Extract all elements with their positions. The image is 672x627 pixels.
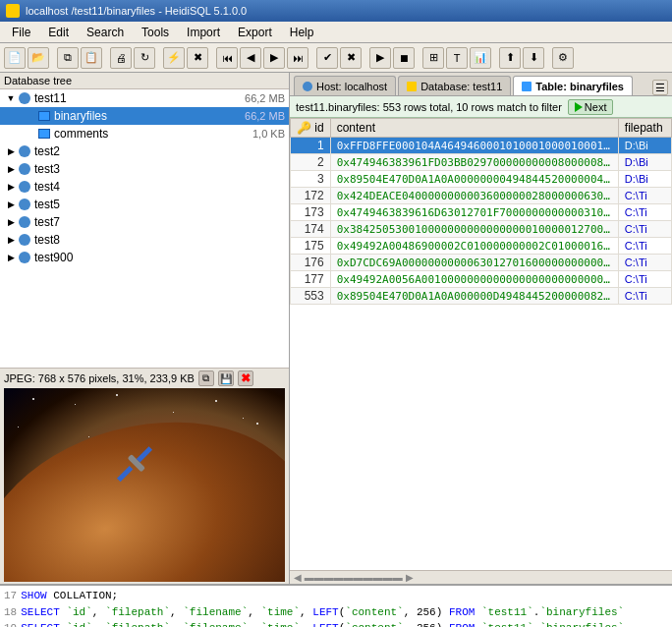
tab-host[interactable]: Host: localhost: [294, 76, 396, 95]
copy-button[interactable]: ⧉: [57, 47, 79, 69]
cancel-x-button[interactable]: ✖: [340, 47, 362, 69]
table-icon-binaryfiles: [37, 109, 51, 123]
expand-binaryfiles[interactable]: [24, 109, 37, 123]
tab-menu-button[interactable]: ☰: [652, 80, 668, 95]
sql-log: 17SHOW COLLATION;18SELECT `id`, `filepat…: [0, 584, 672, 627]
table-row[interactable]: 1730x4749463839616D63012701F700000000000…: [291, 204, 672, 221]
save-image-button[interactable]: 💾: [218, 370, 234, 386]
table-row[interactable]: 1750x49492A00486900002C010000000002C0100…: [291, 238, 672, 255]
sql-text: ,: [170, 622, 183, 627]
menu-edit[interactable]: Edit: [40, 24, 77, 41]
new-button[interactable]: 📄: [4, 47, 26, 69]
settings-button[interactable]: ⚙: [552, 47, 574, 69]
expand-test8[interactable]: ▶: [4, 233, 18, 247]
copy-image-button[interactable]: ⧉: [198, 370, 214, 386]
menubar: File Edit Search Tools Import Export Hel…: [0, 22, 672, 43]
table-row[interactable]: 10xFFD8FFE000104A46494600010100010000100…: [291, 138, 672, 154]
cell-filepath: C:\Ti: [618, 204, 671, 221]
cell-content: 0x49492A0056A001000000000000000000000000…: [330, 271, 618, 288]
table-row[interactable]: 1720x424DEACE040000000000360000002800000…: [291, 188, 672, 204]
tree-size-binaryfiles: 66,2 MB: [245, 110, 285, 122]
expand-test3[interactable]: ▶: [4, 162, 18, 176]
table-row[interactable]: 1740x38425053001000000000000000001000001…: [291, 221, 672, 238]
tree-item-binaryfiles[interactable]: binaryfiles 66,2 MB: [0, 107, 289, 125]
table-row[interactable]: 5530x89504E470D0A1A0A000000D494844520000…: [291, 288, 672, 305]
tree-size-comments: 1,0 KB: [252, 128, 285, 140]
tree-label-test8: test8: [34, 233, 285, 247]
horizontal-scrollbar[interactable]: ◀ ▬▬▬▬▬▬▬▬▬▬ ▶: [290, 570, 672, 584]
tree-item-test5[interactable]: ▶ test5: [0, 196, 289, 213]
tree-area[interactable]: ▼ test11 66,2 MB binaryfiles 66,2 MB com…: [0, 89, 289, 368]
menu-search[interactable]: Search: [79, 24, 132, 41]
sql-identifier: `content`: [345, 622, 403, 627]
expand-test900[interactable]: ▶: [4, 251, 18, 264]
disconnect-button[interactable]: ✖: [187, 47, 208, 69]
text-button[interactable]: T: [446, 47, 468, 69]
expand-test4[interactable]: ▶: [4, 180, 18, 194]
nav-next-btn[interactable]: ▶: [263, 47, 285, 69]
expand-comments[interactable]: [24, 127, 37, 141]
paste-button[interactable]: 📋: [81, 47, 102, 69]
print-button[interactable]: 🖨: [110, 47, 132, 69]
close-preview-button[interactable]: ✖: [238, 370, 253, 386]
cell-content: 0x89504E470D0A1A0A0000000049484452000000…: [330, 171, 618, 188]
refresh-button[interactable]: ↻: [134, 47, 155, 69]
titlebar: localhost /test11/binaryfiles - HeidiSQL…: [0, 0, 672, 22]
menu-import[interactable]: Import: [179, 24, 228, 41]
table-row[interactable]: 20x474946383961FD03BB0297000000000080000…: [291, 154, 672, 171]
sql-identifier: `filepath`: [105, 622, 170, 627]
chart-button[interactable]: 📊: [470, 47, 491, 69]
next-button[interactable]: Next: [568, 99, 614, 115]
sql-identifier: `time`: [260, 606, 300, 618]
sql-identifier: `binaryfiles`: [539, 606, 624, 618]
expand-test2[interactable]: ▶: [4, 144, 18, 158]
expand-test11[interactable]: ▼: [4, 91, 18, 105]
cell-id: 1: [291, 138, 331, 154]
filter-bar: test11.binaryfiles: 553 rows total, 10 r…: [290, 96, 672, 118]
run-button[interactable]: ▶: [369, 47, 391, 69]
connect-button[interactable]: ⚡: [163, 47, 185, 69]
db-icon: [18, 91, 31, 105]
grid-button[interactable]: ⊞: [422, 47, 444, 69]
tab-database[interactable]: Database: test11: [398, 76, 511, 95]
tree-item-test8[interactable]: ▶ test8: [0, 231, 289, 249]
tree-item-test2[interactable]: ▶ test2: [0, 142, 289, 160]
import2-button[interactable]: ⬇: [523, 47, 544, 69]
table-row[interactable]: 30x89504E470D0A1A0A000000004948445200000…: [291, 171, 672, 188]
export2-button[interactable]: ⬆: [499, 47, 521, 69]
menu-help[interactable]: Help: [282, 24, 322, 41]
col-header-filepath[interactable]: filepath: [618, 119, 671, 138]
menu-file[interactable]: File: [4, 24, 38, 41]
sql-identifier: `id`: [66, 606, 91, 618]
tree-item-test900[interactable]: ▶ test900: [0, 249, 289, 266]
tab-table[interactable]: Table: binaryfiles: [513, 76, 633, 95]
table-row[interactable]: 1760xD7CDC69A000000000006301270160000000…: [291, 255, 672, 271]
sql-identifier: `filename`: [183, 606, 248, 618]
tree-item-test3[interactable]: ▶ test3: [0, 160, 289, 178]
stop-button[interactable]: ⏹: [393, 47, 415, 69]
nav-prev[interactable]: ◀: [240, 47, 261, 69]
open-button[interactable]: 📂: [28, 47, 49, 69]
check-button[interactable]: ✔: [316, 47, 338, 69]
cell-filepath: C:\Ti: [618, 188, 671, 204]
expand-test5[interactable]: ▶: [4, 198, 18, 211]
nav-last[interactable]: ⏭: [287, 47, 308, 69]
sql-identifier: `binaryfiles`: [539, 622, 624, 627]
cell-content: 0xFFD8FFE000104A464946000101000100001000…: [330, 138, 618, 154]
col-header-content[interactable]: content: [330, 119, 618, 138]
table-row[interactable]: 1770x49492A0056A001000000000000000000000…: [291, 271, 672, 288]
col-header-id[interactable]: 🔑 id: [291, 119, 331, 138]
tree-label-test900: test900: [34, 251, 285, 264]
preview-info-text: JPEG: 768 x 576 pixels, 31%, 233,9 KB: [4, 372, 195, 384]
tree-item-test7[interactable]: ▶ test7: [0, 213, 289, 231]
menu-export[interactable]: Export: [230, 24, 280, 41]
nav-first[interactable]: ⏮: [216, 47, 238, 69]
tree-item-comments[interactable]: comments 1,0 KB: [0, 125, 289, 142]
tab-bar: Host: localhost Database: test11 Table: …: [290, 73, 672, 96]
menu-tools[interactable]: Tools: [134, 24, 177, 41]
tree-root-test11[interactable]: ▼ test11 66,2 MB: [0, 89, 289, 107]
tree-item-test4[interactable]: ▶ test4: [0, 178, 289, 196]
filter-text: test11.binaryfiles: 553 rows total, 10 r…: [296, 101, 562, 113]
data-grid[interactable]: 🔑 id content filepath 10xFFD8FFE000104A4…: [290, 118, 672, 570]
expand-test7[interactable]: ▶: [4, 215, 18, 229]
